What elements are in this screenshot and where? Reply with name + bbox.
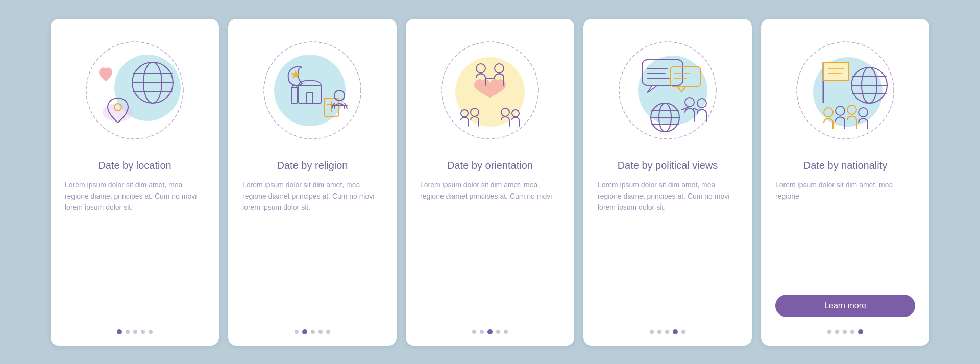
dot-2 xyxy=(657,330,662,334)
dot-3 xyxy=(665,330,669,334)
svg-point-7 xyxy=(103,103,133,122)
card-political-dots xyxy=(650,329,685,334)
illustration-political xyxy=(611,34,724,147)
dot-1 xyxy=(650,330,654,334)
dot-2 xyxy=(302,329,307,334)
card-orientation-body: Lorem ipsum dolor sit dim amet, mea regi… xyxy=(420,179,560,319)
illustration-orientation xyxy=(434,34,546,147)
dot-4 xyxy=(496,330,500,334)
dot-4 xyxy=(850,330,854,334)
dot-2 xyxy=(480,330,484,334)
card-location-title: Date by location xyxy=(98,159,171,172)
card-nationality: Date by nationality Lorem ipsum dolor si… xyxy=(761,19,929,346)
card-location: Date by location Lorem ipsum dolor sit d… xyxy=(51,19,219,346)
cards-container: Date by location Lorem ipsum dolor sit d… xyxy=(51,19,929,346)
dot-1 xyxy=(827,330,831,334)
card-orientation: Date by orientation Lorem ipsum dolor si… xyxy=(406,19,574,346)
card-nationality-dots xyxy=(827,329,863,334)
dot-5 xyxy=(149,330,153,334)
dot-3 xyxy=(311,330,315,334)
card-orientation-title: Date by orientation xyxy=(447,159,533,172)
svg-rect-54 xyxy=(823,62,849,80)
card-political: Date by political views Lorem ipsum dolo… xyxy=(583,19,752,346)
card-nationality-body: Lorem ipsum dolor sit dim amet, mea regi… xyxy=(775,179,915,287)
dot-5 xyxy=(858,329,863,334)
dot-1 xyxy=(117,329,122,334)
illustration-nationality xyxy=(789,34,901,147)
dot-4 xyxy=(141,330,145,334)
dot-5 xyxy=(326,330,330,334)
card-nationality-title: Date by nationality xyxy=(803,159,888,172)
dot-2 xyxy=(126,330,130,334)
dot-3 xyxy=(843,330,847,334)
dot-5 xyxy=(681,330,685,334)
svg-point-10 xyxy=(274,55,346,126)
card-religion-title: Date by religion xyxy=(277,159,348,172)
dot-2 xyxy=(835,330,839,334)
card-political-body: Lorem ipsum dolor sit dim amet, mea regi… xyxy=(598,179,738,319)
card-location-dots xyxy=(117,329,153,334)
learn-more-button[interactable]: Learn more xyxy=(775,295,915,317)
card-religion-dots xyxy=(295,329,330,334)
card-religion-body: Lorem ipsum dolor sit dim amet, mea regi… xyxy=(242,179,382,319)
dot-5 xyxy=(504,330,508,334)
illustration-religion xyxy=(256,34,369,147)
illustration-location xyxy=(79,34,191,147)
dot-1 xyxy=(472,330,476,334)
dot-1 xyxy=(295,330,299,334)
dot-4 xyxy=(673,329,678,334)
dot-3 xyxy=(487,329,493,334)
dot-3 xyxy=(133,330,137,334)
card-political-title: Date by political views xyxy=(618,159,718,172)
card-orientation-dots xyxy=(472,329,508,334)
dot-4 xyxy=(318,330,323,334)
card-location-body: Lorem ipsum dolor sit dim amet, mea regi… xyxy=(65,179,205,319)
card-religion: Date by religion Lorem ipsum dolor sit d… xyxy=(228,19,397,346)
